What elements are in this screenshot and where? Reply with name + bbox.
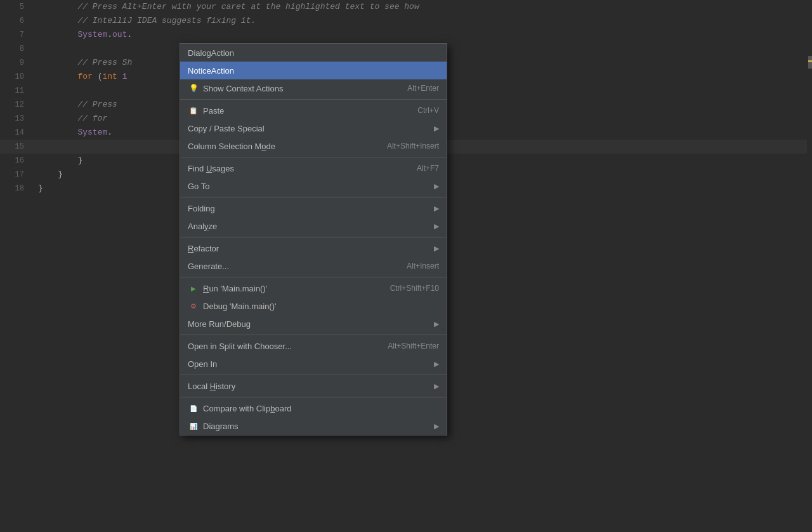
go-to-arrow-icon: ▶: [434, 182, 439, 190]
separator-8: [180, 397, 447, 397]
line-7: 7 System.out.: [0, 28, 812, 42]
menu-item-find-usages-label: Find Usages: [188, 164, 417, 173]
menu-item-generate[interactable]: Generate... Alt+Insert: [180, 257, 447, 275]
menu-item-open-in[interactable]: Open In ▶: [180, 355, 447, 373]
menu-item-folding[interactable]: Folding ▶: [180, 199, 447, 217]
menu-item-notice-action-label: NoticeAction: [188, 66, 439, 76]
menu-item-paste-label: Paste: [203, 106, 417, 116]
diagrams-icon: 📊: [188, 423, 199, 430]
menu-item-run-main-shortcut: Ctrl+Shift+F10: [390, 284, 439, 293]
menu-item-column-selection[interactable]: Column Selection Mode Alt+Shift+Insert: [180, 137, 447, 155]
separator-7: [180, 375, 447, 375]
menu-item-show-context-actions[interactable]: 💡 Show Context Actions Alt+Enter: [180, 79, 447, 97]
menu-item-show-context-actions-shortcut: Alt+Enter: [407, 84, 439, 93]
context-menu: DialogAction NoticeAction 💡 Show Context…: [180, 43, 447, 436]
lightbulb-icon: 💡: [188, 84, 199, 93]
scroll-marker: [808, 60, 812, 62]
menu-item-show-context-actions-label: Show Context Actions: [203, 84, 407, 93]
menu-item-local-history-label: Local History: [188, 382, 430, 391]
menu-item-generate-label: Generate...: [188, 262, 407, 271]
menu-item-column-selection-label: Column Selection Mode: [188, 142, 387, 151]
diagrams-arrow-icon: ▶: [434, 422, 439, 430]
separator-3: [180, 197, 447, 197]
separator-6: [180, 335, 447, 335]
menu-item-dialog-action[interactable]: DialogAction: [180, 44, 447, 62]
menu-item-find-usages[interactable]: Find Usages Alt+F7: [180, 159, 447, 177]
more-run-debug-arrow-icon: ▶: [434, 320, 439, 328]
menu-item-refactor-label: Refactor: [188, 244, 430, 253]
line-5: 5 // Press Alt+Enter with your caret at …: [0, 0, 812, 14]
menu-item-copy-paste-special[interactable]: Copy / Paste Special ▶: [180, 119, 447, 137]
menu-item-debug-main[interactable]: ⚙ Debug 'Main.main()': [180, 297, 447, 315]
menu-item-diagrams-label: Diagrams: [203, 422, 430, 431]
menu-item-refactor[interactable]: Refactor ▶: [180, 239, 447, 257]
analyze-arrow-icon: ▶: [434, 222, 439, 230]
menu-item-notice-action[interactable]: NoticeAction: [180, 62, 447, 79]
menu-item-open-in-split-label: Open in Split with Chooser...: [188, 342, 388, 351]
separator-1: [180, 99, 447, 100]
local-history-arrow-icon: ▶: [434, 382, 439, 390]
compare-icon: 📄: [188, 405, 199, 412]
open-in-arrow-icon: ▶: [434, 360, 439, 368]
menu-item-compare-clipboard[interactable]: 📄 Compare with Clipboard: [180, 399, 447, 417]
menu-item-compare-clipboard-label: Compare with Clipboard: [203, 404, 439, 413]
run-icon: ▶: [188, 285, 199, 292]
menu-item-more-run-debug-label: More Run/Debug: [188, 319, 430, 329]
arrow-icon: ▶: [434, 124, 439, 133]
menu-item-generate-shortcut: Alt+Insert: [407, 262, 439, 270]
menu-item-local-history[interactable]: Local History ▶: [180, 377, 447, 395]
menu-item-run-main[interactable]: ▶ Run 'Main.main()' Ctrl+Shift+F10: [180, 279, 447, 297]
menu-item-analyze[interactable]: Analyze ▶: [180, 217, 447, 235]
menu-item-open-in-split-shortcut: Alt+Shift+Enter: [388, 342, 439, 350]
separator-5: [180, 277, 447, 277]
menu-item-more-run-debug[interactable]: More Run/Debug ▶: [180, 315, 447, 333]
separator-2: [180, 157, 447, 157]
line-6: 6 // IntelliJ IDEA suggests fixing it.: [0, 14, 812, 28]
menu-item-paste-shortcut: Ctrl+V: [417, 106, 439, 115]
menu-item-dialog-action-label: DialogAction: [188, 48, 439, 58]
menu-item-debug-main-label: Debug 'Main.main()': [203, 302, 439, 311]
menu-item-folding-label: Folding: [188, 204, 430, 213]
menu-item-open-in-label: Open In: [188, 359, 430, 369]
menu-item-analyze-label: Analyze: [188, 222, 430, 231]
refactor-arrow-icon: ▶: [434, 244, 439, 253]
menu-item-paste[interactable]: 📋 Paste Ctrl+V: [180, 102, 447, 119]
menu-item-find-usages-shortcut: Alt+F7: [417, 164, 439, 173]
menu-item-go-to-label: Go To: [188, 182, 430, 191]
menu-item-open-in-split[interactable]: Open in Split with Chooser... Alt+Shift+…: [180, 337, 447, 355]
debug-icon: ⚙: [188, 302, 199, 310]
scrollbar-thumb[interactable]: [808, 56, 812, 69]
folding-arrow-icon: ▶: [434, 204, 439, 213]
scrollbar-track[interactable]: [807, 0, 812, 532]
menu-item-diagrams[interactable]: 📊 Diagrams ▶: [180, 417, 447, 435]
menu-item-run-main-label: Run 'Main.main()': [203, 284, 390, 293]
paste-icon: 📋: [188, 107, 199, 115]
menu-item-copy-paste-special-label: Copy / Paste Special: [188, 124, 430, 133]
menu-item-column-selection-shortcut: Alt+Shift+Insert: [387, 142, 439, 150]
separator-4: [180, 237, 447, 237]
menu-item-go-to[interactable]: Go To ▶: [180, 177, 447, 195]
